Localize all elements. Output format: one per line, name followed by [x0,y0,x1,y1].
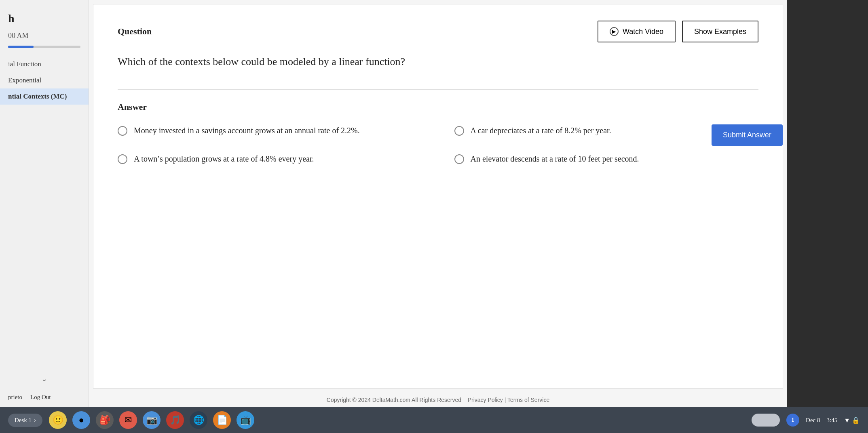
sidebar-item-exponential[interactable]: Exponential [0,72,89,88]
option-a[interactable]: Money invested in a savings account grow… [118,124,422,137]
taskbar-date: Dec 8 [806,417,820,424]
sidebar-footer: prieto Log Out [0,387,89,407]
divider [118,89,758,90]
desk-label: Desk 1 [15,417,32,424]
radio-b[interactable] [454,126,464,136]
screen-icon[interactable]: 📺 [237,411,254,429]
content-area: Question ▶ Watch Video Show Examples Whi… [93,4,783,389]
radio-c[interactable] [118,154,127,164]
options-grid: Money invested in a savings account grow… [118,124,758,165]
right-panel [787,0,868,407]
option-d-text: An elevator descends at a rate of 10 fee… [471,153,639,165]
show-examples-button[interactable]: Show Examples [682,21,758,42]
option-c-text: A town’s population grows at a rate of 4… [134,153,314,165]
smiley-icon[interactable]: 🙂 [49,411,67,429]
taskbar-right: 1 Dec 8 3:45 ▼ 🔒 [752,414,860,427]
taskbar: Desk 1 › 🙂 ● 🎒 ✉ 📷 🎵 🌐 📄 📺 1 Dec 8 3:45 … [0,407,868,433]
privacy-policy-link[interactable]: Privacy Policy [468,397,503,403]
question-label: Question [118,26,152,37]
chrome-icon[interactable]: ● [72,411,90,429]
backpack-icon[interactable]: 🎒 [96,411,114,429]
wifi-icon: ▼ 🔒 [844,416,860,424]
radio-a[interactable] [118,126,127,136]
mail-icon[interactable]: ✉ [119,411,137,429]
taskbar-desk[interactable]: Desk 1 › [8,414,42,427]
taskbar-icons: 🙂 ● 🎒 ✉ 📷 🎵 🌐 📄 📺 [49,411,254,429]
logout-link[interactable]: Log Out [30,394,51,401]
taskbar-time: 3:45 [826,417,837,424]
sidebar-item-linear-function[interactable]: ial Function [0,56,89,72]
footer-separator: | [505,397,506,403]
sidebar: h 00 AM ial Function Exponential ntial C… [0,0,89,407]
question-text: Which of the contexts below could be mod… [118,55,758,69]
radio-d[interactable] [454,154,464,164]
desk-chevron: › [34,417,36,424]
sidebar-time: 00 AM [0,29,89,46]
option-a-text: Money invested in a savings account grow… [134,124,360,137]
submit-answer-button[interactable]: Submit Answer [712,124,783,146]
option-d[interactable]: An elevator descends at a rate of 10 fee… [454,153,759,165]
option-b-text: A car depreciates at a rate of 8.2% per … [471,124,611,137]
page-footer: Copyright © 2024 DeltaMath.com All Right… [89,393,787,407]
watch-video-button[interactable]: ▶ Watch Video [598,21,676,42]
sidebar-progress-fill [8,46,34,48]
sidebar-title: h [0,8,89,29]
play-icon: ▶ [610,27,619,36]
terms-of-service-link[interactable]: Terms of Service [507,397,549,403]
copyright-text: Copyright © 2024 DeltaMath.com All Right… [327,397,461,403]
globe-icon[interactable]: 🌐 [190,411,207,429]
sidebar-item-contexts-mc[interactable]: ntial Contexts (MC) [0,88,89,105]
sidebar-progress [8,46,80,48]
question-header: Question ▶ Watch Video Show Examples [118,21,758,42]
header-buttons: ▶ Watch Video Show Examples [598,21,758,42]
main-content: Question ▶ Watch Video Show Examples Whi… [89,0,787,407]
taskbar-notification: 1 [786,414,799,427]
option-c[interactable]: A town’s population grows at a rate of 4… [118,153,422,165]
sidebar-user: prieto [8,394,22,401]
taskbar-pill [752,414,780,427]
camera-icon[interactable]: 📷 [143,411,161,429]
files-icon[interactable]: 📄 [213,411,231,429]
answer-label: Answer [118,102,758,112]
sidebar-collapse-icon[interactable]: ⌄ [0,370,89,387]
music-icon[interactable]: 🎵 [166,411,184,429]
